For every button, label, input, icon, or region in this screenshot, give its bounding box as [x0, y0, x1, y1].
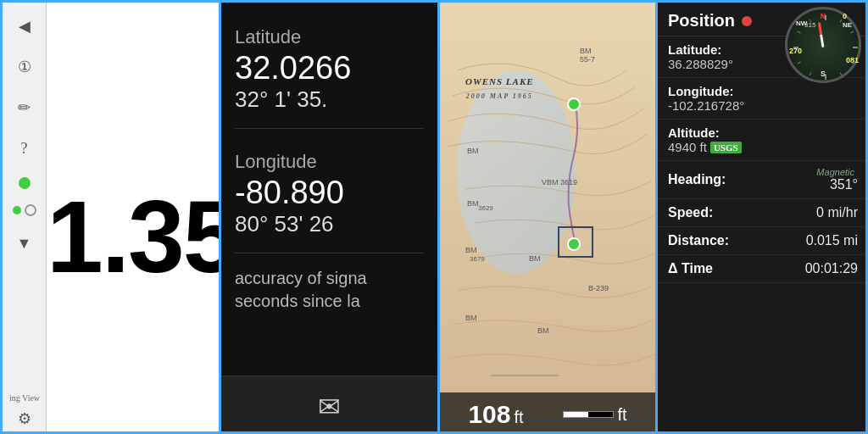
pencil-icon[interactable]: ✏ — [9, 92, 40, 123]
delta-time-field-label: Δ Time — [668, 261, 713, 276]
svg-text:BM: BM — [467, 199, 479, 208]
svg-point-14 — [568, 238, 580, 250]
number-icon[interactable]: ① — [9, 52, 40, 82]
email-button-area[interactable]: ✉ — [221, 376, 437, 434]
speed-field-label: Speed: — [668, 205, 713, 220]
distance-unit: ft — [514, 408, 523, 427]
svg-line-26 — [798, 62, 800, 64]
svg-text:3629: 3629 — [478, 204, 493, 212]
latitude-decimal: 32.0266 — [235, 50, 424, 86]
lake-name-label: OWENS LAKE 2000 MAP 1965 — [465, 75, 534, 102]
compass-circle: N S NW NE 0 270 315 081 — [785, 7, 861, 83]
heading-field-label: Heading: — [668, 172, 726, 187]
distance-field-label: Distance: — [668, 233, 729, 248]
svg-line-25 — [810, 72, 811, 75]
help-icon[interactable]: ? — [9, 133, 40, 164]
svg-text:BM: BM — [465, 314, 477, 322]
distance-field-value: 0.015 mi — [806, 233, 858, 248]
delta-time-field-value: 00:01:29 — [805, 261, 858, 276]
speed-field-value: 0 mi/hr — [816, 205, 858, 220]
svg-line-19 — [840, 19, 842, 22]
topo-svg: BM 55-7 BM 3629 BM VBM 3619 BM 3679 BM B… — [440, 3, 658, 434]
svg-text:3679: 3679 — [470, 255, 485, 263]
svg-text:BM: BM — [537, 326, 549, 335]
svg-line-28 — [798, 31, 800, 33]
longitude-dms: 80° 53' 26 — [235, 211, 424, 237]
email-icon[interactable]: ✉ — [318, 391, 341, 423]
altitude-field-value: 4940 ft — [668, 140, 707, 154]
divider2 — [235, 253, 424, 253]
heading-field-value: 351° — [830, 177, 858, 192]
panel-gps-data: Latitude 32.0266 32° 1' 35. Longitude -8… — [221, 3, 440, 434]
svg-line-20 — [850, 31, 853, 33]
longitude-field-value: -102.216728° — [668, 98, 858, 113]
usgs-badge: USGS — [710, 142, 742, 153]
view-label: ing View — [3, 393, 47, 403]
map-background[interactable]: BM 55-7 BM 3629 BM VBM 3619 BM 3679 BM B… — [440, 3, 655, 434]
longitude-field-label: Longitude: — [668, 84, 858, 98]
speed-row: Speed: 0 mi/hr — [658, 199, 868, 227]
position-title: Position — [668, 11, 735, 31]
distance-row: Distance: 0.015 mi — [658, 227, 868, 255]
position-header: Position N S NW NE 0 270 315 081 — [658, 3, 868, 36]
heading-row: Heading: Magnetic 351° — [658, 161, 868, 199]
longitude-decimal: -80.890 — [235, 175, 424, 211]
distance-unit2: ft — [617, 405, 626, 425]
panel-position: Position N S NW NE 0 270 315 081 — [658, 3, 868, 434]
green-status-dot — [19, 177, 31, 189]
svg-text:B-239: B-239 — [588, 284, 609, 292]
red-status-dot — [742, 16, 752, 26]
gray-dot-ring — [25, 204, 36, 216]
svg-text:VBM 3619: VBM 3619 — [542, 178, 577, 186]
accuracy-text: accuracy of signa — [235, 269, 424, 288]
svg-point-15 — [568, 98, 580, 110]
sidebar-label-text: ing View — [3, 393, 47, 403]
svg-line-23 — [840, 72, 842, 75]
altitude-field-label: Altitude: — [668, 125, 858, 140]
main-number-display: 1.358335 — [47, 3, 219, 434]
svg-text:55-7: 55-7 — [580, 55, 595, 64]
distance-value: 108 — [468, 400, 510, 429]
divider1 — [235, 128, 424, 129]
svg-line-29 — [810, 19, 811, 22]
sidebar-panel1: ◀ ① ✏ ? ▼ ing View ⚙ — [3, 3, 47, 434]
altitude-row: Altitude: 4940 ft USGS — [658, 120, 868, 161]
longitude-label: Longitude — [235, 151, 424, 173]
magnetic-label: Magnetic — [816, 167, 854, 177]
latitude-dms: 32° 1' 35. — [235, 86, 424, 113]
settings-icon[interactable]: ⚙ — [3, 409, 47, 428]
panel-map: BM 55-7 BM 3629 BM VBM 3619 BM 3679 BM B… — [440, 3, 658, 434]
green-dot-small — [13, 206, 21, 214]
svg-text:BM: BM — [529, 254, 541, 263]
large-coordinate-number: 1.358335 — [47, 186, 219, 287]
back-icon[interactable]: ◀ — [9, 11, 40, 42]
scale-bar — [563, 411, 614, 418]
down-arrow-icon[interactable]: ▼ — [9, 228, 40, 259]
svg-line-22 — [850, 62, 853, 64]
compass-ticks — [787, 9, 864, 86]
svg-text:BM: BM — [465, 246, 477, 254]
latitude-label: Latitude — [235, 26, 424, 48]
svg-text:BM: BM — [467, 147, 479, 155]
map-bottom-bar: 108 ft ft — [440, 392, 655, 434]
panel-large-number: ◀ ① ✏ ? ▼ ing View ⚙ 1.358335 — [3, 3, 221, 434]
compass-container: N S NW NE 0 270 315 081 — [785, 7, 861, 83]
delta-time-row: Δ Time 00:01:29 — [658, 255, 868, 283]
seconds-text: seconds since la — [235, 292, 424, 311]
svg-text:BM: BM — [580, 47, 592, 55]
